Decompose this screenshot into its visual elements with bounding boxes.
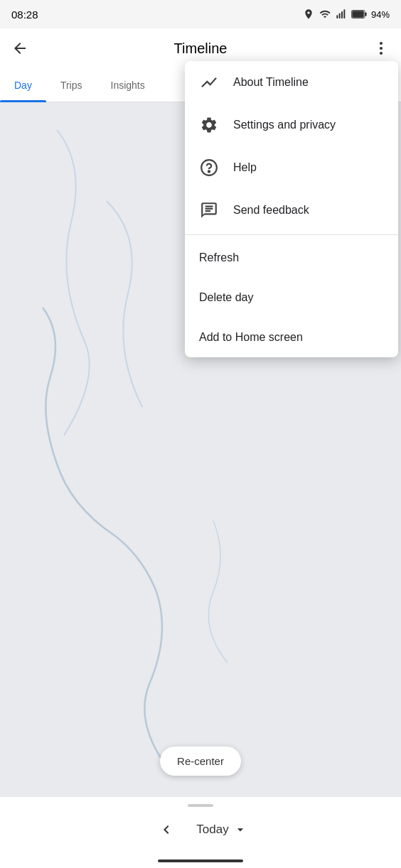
menu-item-add-home-screen[interactable]: Add to Home screen [185,318,398,357]
menu-item-settings-privacy[interactable]: Settings and privacy [185,104,398,146]
menu-item-send-feedback[interactable]: Send feedback [185,189,398,232]
bottom-indicator [158,859,243,862]
chevron-down-icon [233,823,247,837]
menu-item-delete-day[interactable]: Delete day [185,278,398,318]
svg-rect-5 [365,12,367,16]
gear-icon [199,115,219,135]
svg-point-11 [208,170,210,172]
svg-rect-1 [339,13,341,18]
menu-divider [185,234,398,235]
tab-trips[interactable]: Trips [46,68,97,102]
drag-handle [188,804,213,807]
recenter-button[interactable]: Re-center [160,747,241,776]
wifi-icon [319,9,331,20]
svg-point-9 [380,52,383,55]
refresh-label: Refresh [199,251,239,264]
today-button[interactable]: Today [196,823,247,837]
menu-item-help[interactable]: Help [185,146,398,189]
dropdown-menu: About Timeline Settings and privacy Help [185,61,398,357]
settings-privacy-label: Settings and privacy [233,119,336,131]
status-time: 08:28 [11,9,38,21]
send-feedback-label: Send feedback [233,204,309,217]
menu-item-refresh[interactable]: Refresh [185,238,398,278]
page-title: Timeline [34,40,367,57]
help-label: Help [233,161,257,174]
svg-point-8 [380,47,383,50]
menu-item-about-timeline[interactable]: About Timeline [185,61,398,104]
signal-icon [336,9,347,20]
svg-point-7 [380,42,383,45]
status-bar: 08:28 94% [0,0,401,28]
svg-rect-6 [352,11,364,17]
bottom-bar: Today [0,797,401,868]
bottom-nav: Today [0,817,401,842]
location-icon [303,9,314,20]
add-home-screen-label: Add to Home screen [199,331,303,344]
tab-day[interactable]: Day [0,68,46,102]
tab-insights[interactable]: Insights [97,68,159,102]
trending-icon [199,72,219,92]
battery-icon [351,9,367,19]
about-timeline-label: About Timeline [233,76,309,89]
prev-day-button[interactable] [154,817,179,842]
help-icon [199,158,219,178]
svg-rect-3 [343,9,345,18]
back-button[interactable] [6,34,34,63]
svg-rect-0 [336,15,338,18]
status-icons: 94% [303,9,390,20]
delete-day-label: Delete day [199,291,254,304]
svg-rect-2 [341,11,343,18]
more-options-button[interactable] [367,34,395,63]
battery-level: 94% [371,9,390,20]
feedback-icon [199,200,219,220]
